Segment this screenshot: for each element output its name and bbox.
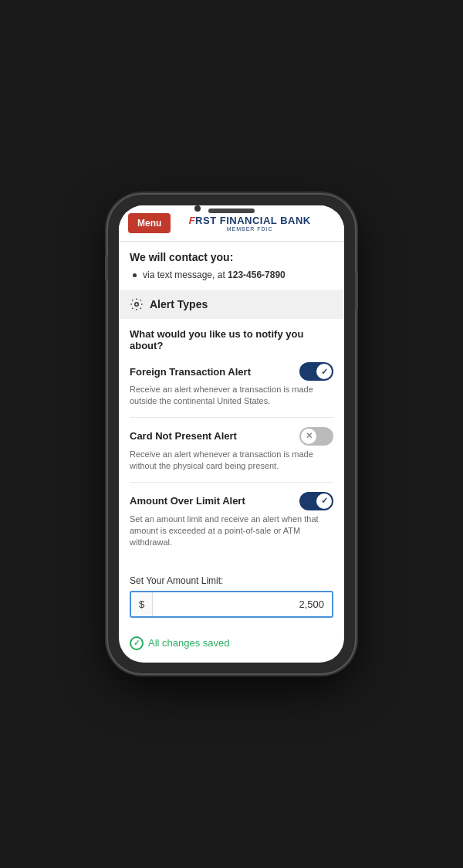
alert-content: What would you like us to notify you abo…: [119, 319, 344, 558]
saved-text: All changes saved: [148, 637, 230, 649]
camera: [194, 205, 201, 212]
svg-point-0: [135, 303, 139, 307]
screen: Menu FRST FINANCIAL BANK MEMBER FDIC We …: [119, 205, 344, 663]
bank-name-rest: RST FINANCIAL BANK: [195, 215, 311, 226]
toggle-thumb-off: ✕: [301, 429, 316, 444]
foreign-transaction-alert-row: Foreign Transaction Alert ✓ Receive an a…: [130, 362, 333, 418]
card-not-present-alert-name: Card Not Present Alert: [130, 430, 237, 442]
toggle-track-on-2[interactable]: ✓: [299, 492, 333, 510]
contact-item: via text message, at 123-456-7890: [133, 270, 333, 280]
toggle-x-icon: ✕: [306, 431, 313, 441]
contact-method: via text message, at 123-456-7890: [143, 270, 286, 280]
amount-over-limit-toggle[interactable]: ✓: [299, 492, 333, 510]
foreign-transaction-alert-header: Foreign Transaction Alert ✓: [130, 362, 333, 381]
card-not-present-alert-desc: Receive an alert whenever a transaction …: [130, 449, 333, 473]
alert-section-header: Alert Types: [119, 290, 344, 319]
contact-phone: 123-456-7890: [228, 270, 286, 280]
contact-method-text: via text message, at: [143, 270, 228, 280]
bank-sub: MEMBER FDIC: [171, 226, 329, 232]
limit-label: Set Your Amount Limit:: [130, 575, 333, 586]
card-not-present-alert-header: Card Not Present Alert ✕: [130, 427, 333, 446]
speaker: [208, 209, 255, 213]
check-circle-icon: ✓: [130, 636, 144, 650]
foreign-transaction-toggle[interactable]: ✓: [299, 362, 333, 381]
bank-name-f: F: [189, 215, 195, 226]
screen-content: Menu FRST FINANCIAL BANK MEMBER FDIC We …: [119, 205, 344, 663]
toggle-thumb-2: ✓: [316, 493, 332, 509]
foreign-transaction-alert-desc: Receive an alert whenever a transaction …: [130, 384, 333, 408]
toggle-thumb: ✓: [316, 364, 332, 379]
contact-title: We will contact you:: [130, 251, 333, 263]
amount-over-limit-alert-header: Amount Over Limit Alert ✓: [130, 492, 333, 510]
menu-button[interactable]: Menu: [128, 213, 171, 233]
phone-device: Menu FRST FINANCIAL BANK MEMBER FDIC We …: [108, 195, 355, 673]
amount-limit-section: Set Your Amount Limit: $: [119, 568, 344, 629]
section-title: Alert Types: [150, 298, 208, 310]
amount-input[interactable]: [153, 592, 332, 616]
amount-over-limit-alert-desc: Set an amount limit and receive an alert…: [130, 514, 333, 549]
check-mark: ✓: [133, 639, 140, 647]
amount-input-wrapper: $: [130, 591, 333, 618]
side-button-right: [355, 272, 358, 310]
gear-icon: [130, 297, 144, 311]
contact-section: We will contact you: via text message, a…: [119, 242, 344, 290]
card-not-present-alert-row: Card Not Present Alert ✕ Receive an aler…: [130, 427, 333, 483]
card-not-present-toggle[interactable]: ✕: [299, 427, 333, 446]
bank-logo: FRST FINANCIAL BANK MEMBER FDIC: [171, 215, 335, 232]
side-button-left: [105, 256, 108, 280]
notify-question: What would you like us to notify you abo…: [130, 328, 333, 351]
amount-over-limit-alert-row: Amount Over Limit Alert ✓ Set an amount …: [130, 492, 333, 558]
dollar-prefix: $: [131, 592, 153, 616]
toggle-track-off[interactable]: ✕: [299, 427, 333, 446]
toggle-check-icon: ✓: [321, 367, 328, 377]
bullet-point: [133, 273, 137, 277]
toggle-track-on[interactable]: ✓: [299, 362, 333, 381]
foreign-transaction-alert-name: Foreign Transaction Alert: [130, 366, 251, 378]
toggle-check-icon-2: ✓: [321, 496, 328, 506]
bank-name: FRST FINANCIAL BANK: [189, 215, 311, 226]
saved-status: ✓ All changes saved: [119, 629, 344, 661]
amount-over-limit-alert-name: Amount Over Limit Alert: [130, 495, 245, 507]
